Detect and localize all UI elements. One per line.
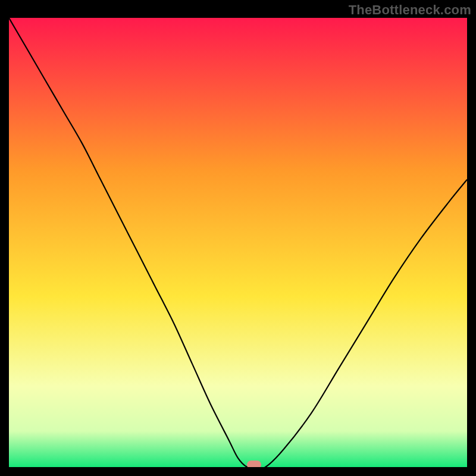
attribution-label: TheBottleneck.com — [349, 2, 471, 18]
bottleneck-curve — [9, 18, 467, 467]
optimum-marker — [247, 461, 261, 467]
chart-root: TheBottleneck.com — [0, 0, 476, 476]
plot-area — [9, 18, 467, 467]
